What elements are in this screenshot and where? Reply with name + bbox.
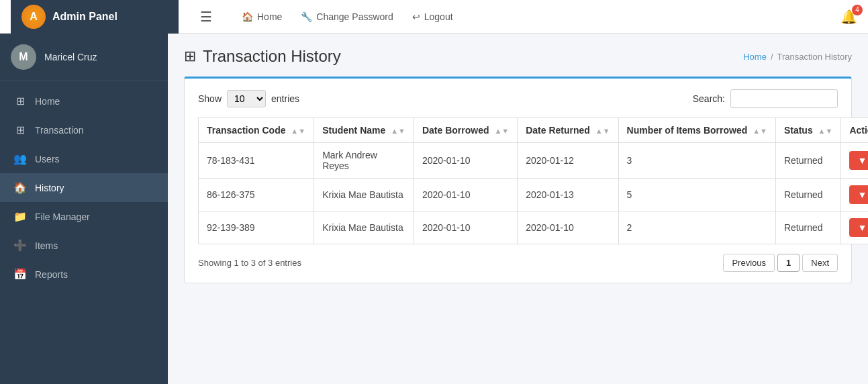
nav-logout-label: Logout — [424, 11, 453, 22]
sidebar: M Maricel Cruz ⊞ Home ⊞ Transaction 👥 Us… — [0, 34, 168, 384]
show-label: Show — [198, 93, 222, 104]
cell-name: Mark Andrew Reyes — [314, 143, 414, 179]
cell-name: Krixia Mae Bautista — [314, 211, 414, 244]
sidebar-item-items-label: Items — [35, 240, 58, 251]
top-nav: 🏠 Home 🔧 Change Password ↩ Logout — [234, 7, 824, 26]
action-button[interactable]: ▼ — [849, 151, 868, 170]
notification-badge: 4 — [852, 5, 863, 15]
cell-items: 2 — [618, 211, 775, 244]
users-menu-icon: 👥 — [13, 152, 27, 165]
items-menu-icon: ➕ — [13, 239, 27, 252]
sidebar-item-history-label: History — [35, 183, 64, 193]
col-action: Action ▲▼ — [841, 118, 868, 143]
entries-label: entries — [271, 93, 299, 104]
hamburger-icon[interactable]: ☰ — [195, 9, 218, 25]
breadcrumb-separator: / — [771, 52, 773, 62]
topbar: A Admin Panel ☰ 🏠 Home 🔧 Change Password… — [0, 0, 868, 34]
sort-icon-borrowed[interactable]: ▲▼ — [494, 127, 509, 135]
sort-icon-returned[interactable]: ▲▼ — [595, 127, 610, 135]
cell-returned: 2020-01-10 — [518, 211, 618, 244]
nav-change-password[interactable]: 🔧 Change Password — [293, 7, 401, 26]
sidebar-item-reports[interactable]: 📅 Reports — [0, 260, 168, 289]
sidebar-item-users[interactable]: 👥 Users — [0, 144, 168, 173]
sort-icon-code[interactable]: ▲▼ — [291, 127, 305, 135]
home-menu-icon: ⊞ — [13, 95, 27, 107]
sort-icon-items[interactable]: ▲▼ — [753, 127, 767, 135]
cell-borrowed: 2020-01-10 — [414, 179, 517, 211]
sidebar-item-home-label: Home — [35, 96, 60, 107]
sidebar-username: Maricel Cruz — [44, 52, 97, 62]
cell-status: Returned — [775, 143, 840, 179]
sidebar-user: M Maricel Cruz — [0, 34, 168, 81]
history-menu-icon: 🏠 — [13, 181, 27, 194]
reports-menu-icon: 📅 — [13, 268, 27, 281]
action-button[interactable]: ▼ — [849, 218, 868, 237]
entries-select[interactable]: 10 25 50 100 — [227, 90, 266, 107]
table-header-row: Transaction Code ▲▼ Student Name ▲▼ Date… — [199, 118, 869, 143]
cell-borrowed: 2020-01-10 — [414, 211, 517, 244]
table-card: Show 10 25 50 100 entries Search: — [184, 77, 852, 283]
sidebar-item-file-manager-label: File Manager — [35, 211, 90, 222]
search-box: Search: — [693, 89, 838, 108]
table-row: 86-126-375 Krixia Mae Bautista 2020-01-1… — [199, 179, 869, 211]
table-controls: Show 10 25 50 100 entries Search: — [198, 89, 838, 108]
breadcrumb: Home / Transaction History — [743, 52, 852, 62]
breadcrumb-home[interactable]: Home — [743, 52, 767, 62]
cell-code: 78-183-431 — [199, 143, 314, 179]
sidebar-item-home[interactable]: ⊞ Home — [0, 87, 168, 115]
sidebar-menu: ⊞ Home ⊞ Transaction 👥 Users 🏠 History 📁… — [0, 81, 168, 294]
transaction-menu-icon: ⊞ — [13, 124, 27, 136]
brand-title: Admin Panel — [52, 11, 117, 23]
next-button[interactable]: Next — [802, 254, 838, 272]
col-transaction-code: Transaction Code ▲▼ — [199, 118, 314, 143]
main-content: ⊞ Transaction History Home / Transaction… — [168, 34, 868, 384]
cell-action: ▼ — [841, 211, 868, 244]
notification-bell[interactable]: 🔔 4 — [840, 9, 857, 25]
showing-text: Showing 1 to 3 of 3 entries — [198, 258, 301, 268]
sidebar-item-transaction-label: Transaction — [35, 125, 84, 136]
col-date-returned: Date Returned ▲▼ — [518, 118, 618, 143]
cell-items: 5 — [618, 179, 775, 211]
sidebar-item-transaction[interactable]: ⊞ Transaction — [0, 115, 168, 144]
table-row: 92-139-389 Krixia Mae Bautista 2020-01-1… — [199, 211, 869, 244]
table-body: 78-183-431 Mark Andrew Reyes 2020-01-10 … — [199, 143, 869, 244]
page-1-button[interactable]: 1 — [777, 254, 800, 272]
sidebar-item-users-label: Users — [35, 154, 60, 164]
sort-icon-name[interactable]: ▲▼ — [391, 127, 405, 135]
col-date-borrowed: Date Borrowed ▲▼ — [414, 118, 517, 143]
cell-borrowed: 2020-01-10 — [414, 143, 517, 179]
search-label: Search: — [693, 93, 725, 104]
cell-name: Krixia Mae Bautista — [314, 179, 414, 211]
page-header: ⊞ Transaction History Home / Transaction… — [184, 47, 852, 66]
logout-icon: ↩ — [412, 11, 420, 22]
prev-button[interactable]: Previous — [723, 254, 775, 272]
nav-home[interactable]: 🏠 Home — [234, 7, 290, 26]
cell-code: 86-126-375 — [199, 179, 314, 211]
cell-code: 92-139-389 — [199, 211, 314, 244]
cell-items: 3 — [618, 143, 775, 179]
table-footer: Showing 1 to 3 of 3 entries Previous 1 N… — [198, 254, 838, 272]
nav-home-label: Home — [257, 11, 282, 22]
cell-returned: 2020-01-13 — [518, 179, 618, 211]
table-row: 78-183-431 Mark Andrew Reyes 2020-01-10 … — [199, 143, 869, 179]
avatar: M — [11, 44, 36, 70]
sort-icon-status[interactable]: ▲▼ — [818, 127, 833, 135]
key-icon: 🔧 — [301, 11, 312, 22]
col-status: Status ▲▼ — [775, 118, 840, 143]
sidebar-item-history[interactable]: 🏠 History — [0, 173, 168, 202]
brand: A Admin Panel — [11, 0, 179, 34]
cell-status: Returned — [775, 211, 840, 244]
cell-action: ▼ — [841, 143, 868, 179]
search-input[interactable] — [730, 89, 838, 108]
page-title-text: Transaction History — [203, 47, 341, 66]
sidebar-item-reports-label: Reports — [35, 269, 68, 280]
nav-logout[interactable]: ↩ Logout — [404, 7, 461, 26]
nav-change-password-label: Change Password — [316, 11, 393, 22]
sidebar-item-file-manager[interactable]: 📁 File Manager — [0, 202, 168, 231]
transaction-table: Transaction Code ▲▼ Student Name ▲▼ Date… — [198, 117, 868, 244]
cell-status: Returned — [775, 179, 840, 211]
pagination: Previous 1 Next — [723, 254, 838, 272]
sidebar-item-items[interactable]: ➕ Items — [0, 231, 168, 260]
main-layout: M Maricel Cruz ⊞ Home ⊞ Transaction 👥 Us… — [0, 34, 868, 384]
action-button[interactable]: ▼ — [849, 185, 868, 204]
